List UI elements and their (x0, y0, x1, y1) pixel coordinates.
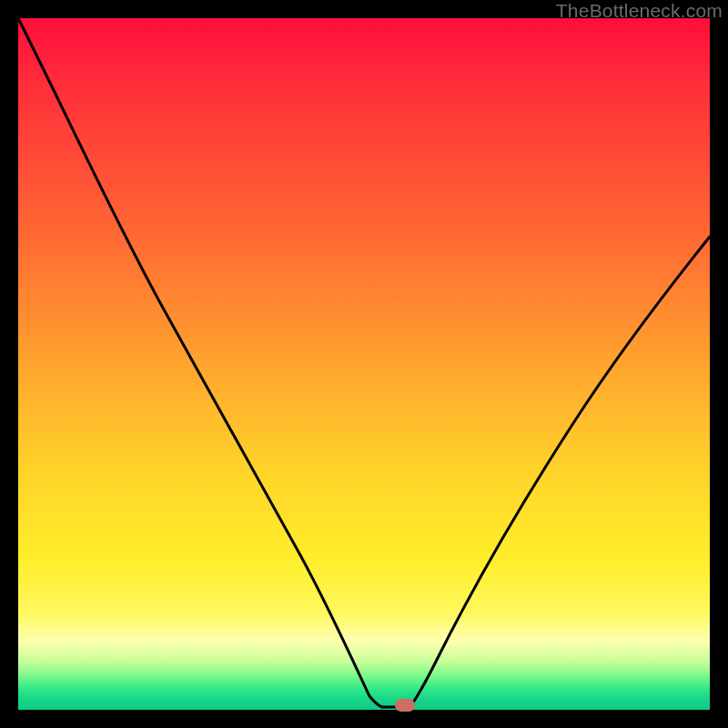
curve-left-branch (18, 18, 382, 707)
chart-frame: TheBottleneck.com (0, 0, 728, 728)
bottleneck-curve (18, 18, 710, 710)
plot-area (18, 18, 710, 710)
curve-right-branch (410, 237, 710, 707)
optimal-marker (395, 699, 415, 712)
watermark-text: TheBottleneck.com (556, 0, 723, 22)
